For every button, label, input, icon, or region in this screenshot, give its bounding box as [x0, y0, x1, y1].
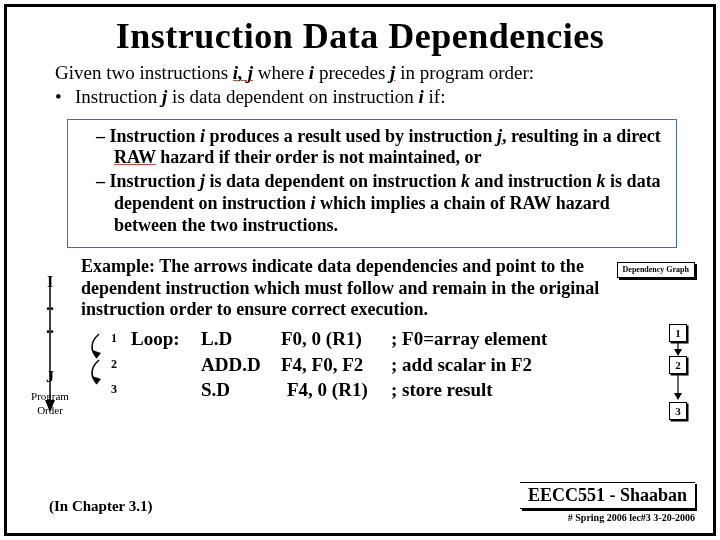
example-text: Example: The arrows indicate data depend…: [81, 256, 701, 326]
label-J: J: [19, 369, 81, 386]
slide-info: # Spring 2006 lec#3 3-20-2006: [520, 512, 695, 523]
page-title: Instruction Data Dependencies: [7, 7, 713, 61]
code-block: 1 Loop: L.D F0, 0 (R1) ; F0=array elemen…: [81, 326, 701, 403]
def-item-1: – Instruction i produces a result used b…: [96, 126, 666, 170]
chapter-ref: (In Chapter 3.1): [49, 498, 152, 515]
program-order-col: I .. .. J Program Order: [19, 256, 81, 416]
label-dots: ..: [19, 320, 81, 337]
svg-marker-1: [45, 400, 55, 412]
label-dots: ..: [19, 297, 81, 314]
footer: EECC551 - Shaaban # Spring 2006 lec#3 3-…: [520, 482, 695, 523]
graph-node-3: 3: [669, 402, 687, 420]
code-row-1: 1 Loop: L.D F0, 0 (R1) ; F0=array elemen…: [111, 326, 701, 352]
graph-node-1: 1: [669, 324, 687, 342]
svg-marker-3: [92, 376, 101, 384]
intro-bullet: • Instruction j is data dependent on ins…: [55, 85, 685, 109]
code-row-3: 3 S.D F4, 0 (R1) ; store result: [111, 377, 701, 403]
graph-node-2: 2: [669, 356, 687, 374]
intro-line-1: Given two instructions i, j where i prec…: [55, 61, 685, 85]
definition-box: – Instruction i produces a result used b…: [67, 119, 677, 249]
def-item-2: – Instruction j is data dependent on ins…: [96, 171, 666, 237]
course-badge: EECC551 - Shaaban: [520, 482, 695, 509]
dependency-graph-badge: Dependency Graph: [617, 262, 695, 278]
intro-block: Given two instructions i, j where i prec…: [7, 61, 713, 115]
svg-marker-2: [92, 350, 101, 358]
code-row-2: 2 ADD.D F4, F0, F2 ; add scalar in F2: [111, 352, 701, 378]
label-I: I: [19, 274, 81, 291]
